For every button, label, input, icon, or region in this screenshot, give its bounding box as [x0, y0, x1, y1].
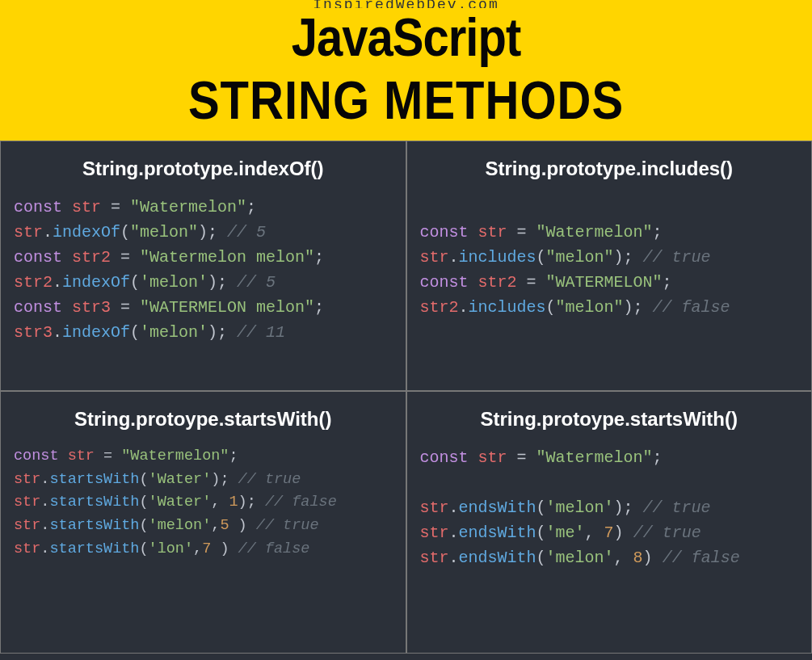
token-ident: str	[68, 448, 95, 465]
token-op: ,	[211, 494, 229, 511]
token-op: ;	[653, 448, 663, 467]
cell-indexof: String.prototype.indexOf() const str = "…	[0, 141, 406, 391]
token-op: .	[459, 298, 469, 317]
token-str: "melon"	[556, 298, 624, 317]
code-line: str.endsWith('melon', 8) // false	[420, 545, 799, 570]
token-op: .	[40, 471, 49, 488]
token-op: (	[546, 298, 556, 317]
token-op: ,	[585, 523, 604, 542]
token-op: =	[101, 198, 130, 216]
token-op: ;	[314, 298, 324, 317]
code-line: const str = "Watermelon";	[14, 445, 393, 469]
token-str: "melon"	[546, 248, 614, 267]
code-block: const str = "Watermelon";str.startsWith(…	[14, 445, 393, 561]
token-op: =	[517, 273, 546, 292]
methods-grid: String.prototype.indexOf() const str = "…	[0, 141, 812, 654]
token-ident: str	[478, 448, 507, 467]
code-line: const str2 = "WATERMELON";	[420, 270, 799, 295]
cell-title: String.prototype.includes()	[420, 158, 799, 180]
token-cm: // true	[643, 498, 711, 517]
code-line: str.startsWith('melon',5 ) // true	[14, 515, 393, 538]
token-op	[469, 223, 478, 242]
token-cm: // true	[238, 471, 301, 488]
token-op: );	[614, 248, 643, 267]
token-op: =	[111, 298, 140, 317]
token-cm: // true	[643, 248, 711, 267]
token-ident: str2	[420, 298, 459, 317]
token-ident: str	[420, 248, 449, 267]
token-fn: indexOf	[53, 223, 120, 242]
token-ident: str	[14, 223, 43, 242]
cell-title: String.prototype.indexOf()	[14, 158, 393, 180]
token-fn: startsWith	[49, 540, 139, 557]
token-op: .	[449, 549, 459, 567]
token-cm: // false	[265, 494, 337, 511]
token-op: .	[40, 540, 49, 557]
token-ident: str2	[72, 248, 111, 267]
token-op: =	[507, 448, 536, 467]
code-line: str3.indexOf('melon'); // 11	[14, 320, 393, 345]
token-op: (	[120, 223, 130, 242]
token-op: .	[449, 498, 459, 517]
cheatsheet: InspiredWebDev.com JavaScript STRING MET…	[0, 0, 812, 654]
token-op	[62, 248, 72, 267]
token-op: =	[507, 223, 536, 242]
token-str: "WATERMELON"	[546, 273, 663, 292]
code-line: const str2 = "Watermelon melon";	[14, 245, 393, 270]
token-op: =	[95, 448, 121, 465]
token-cm: // false	[653, 298, 730, 317]
token-cm: // true	[256, 517, 319, 534]
token-op: (	[536, 498, 546, 517]
token-num: 8	[633, 549, 643, 567]
token-op: (	[536, 523, 546, 542]
code-line: str.indexOf("melon"); // 5	[14, 220, 393, 245]
code-line: str.startsWith('lon',7 ) // false	[14, 538, 393, 561]
token-op: ;	[314, 248, 324, 267]
token-str: 'melon'	[149, 517, 212, 534]
token-num: 7	[604, 523, 614, 542]
token-op: =	[111, 248, 140, 267]
token-fn: endsWith	[459, 498, 536, 517]
token-str: "Watermelon"	[536, 223, 653, 242]
token-cm: // true	[633, 523, 701, 542]
token-op: );	[614, 498, 643, 517]
token-op: .	[43, 223, 53, 242]
token-ident: str	[14, 517, 40, 534]
cell-includes: String.prototype.includes() const str = …	[406, 141, 813, 391]
token-str: 'Water'	[149, 471, 212, 488]
code-line: str2.includes("melon"); // false	[420, 295, 799, 320]
token-str: "melon"	[130, 223, 198, 242]
token-op: ;	[653, 223, 663, 242]
token-op: ;	[246, 198, 256, 216]
token-str: "Watermelon melon"	[140, 248, 314, 267]
code-line: str.startsWith('Water', 1); // false	[14, 491, 393, 515]
code-line: str.endsWith('melon'); // true	[420, 495, 799, 520]
token-op: (	[536, 248, 546, 267]
token-kw: const	[420, 273, 469, 292]
code-line: str.includes("melon"); // true	[420, 245, 799, 270]
token-op: )	[229, 517, 256, 534]
token-cm: // false	[663, 549, 740, 567]
token-fn: startsWith	[49, 517, 139, 534]
token-op: )	[643, 549, 663, 567]
code-block: const str = "Watermelon";str.includes("m…	[420, 195, 799, 320]
token-str: "WATERMELON melon"	[140, 298, 314, 317]
title-line-2: STRING METHODS	[0, 59, 812, 131]
token-op: (	[130, 273, 140, 292]
token-op	[59, 448, 68, 465]
token-op: (	[536, 549, 546, 567]
token-op: );	[624, 298, 653, 317]
token-kw: const	[14, 198, 62, 216]
token-fn: includes	[459, 248, 536, 267]
token-str: 'melon'	[546, 549, 614, 567]
token-num: 1	[229, 494, 238, 511]
token-kw: const	[14, 248, 62, 267]
token-ident: str3	[72, 298, 111, 317]
code-line	[420, 470, 799, 495]
code-line: const str = "Watermelon";	[14, 195, 393, 220]
cell-title: String.protoype.startsWith()	[14, 408, 393, 431]
token-ident: str	[14, 494, 40, 511]
token-str: 'Water'	[149, 494, 212, 511]
token-op	[469, 448, 478, 467]
code-block: const str = "Watermelon";str.indexOf("me…	[14, 195, 393, 345]
